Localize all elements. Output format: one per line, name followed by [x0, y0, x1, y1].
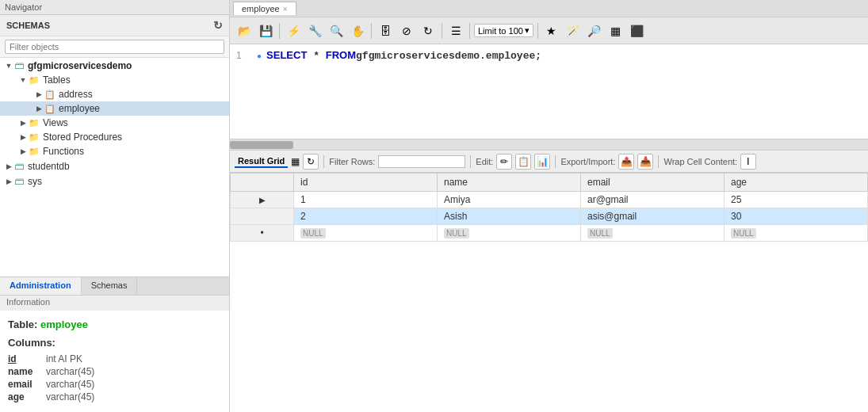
- th-email: email: [581, 174, 725, 192]
- cell-age[interactable]: 30: [725, 208, 868, 225]
- th-id: id: [294, 174, 438, 192]
- cell-email[interactable]: ar@gmail: [581, 192, 725, 208]
- cell-name[interactable]: Amiya: [438, 192, 581, 208]
- editor-line-1: 1 ● SELECT * FROM gfgmicroservicesdemo.e…: [230, 48, 868, 65]
- tables-folder-icon: 📁: [29, 75, 40, 86]
- null-row-marker: •: [231, 225, 294, 242]
- db-label-studentdb: studentdb: [28, 161, 70, 172]
- export-btn-1[interactable]: 📤: [618, 154, 634, 170]
- result-area: Result Grid ▦ ↻ Filter Rows: Edit: ✏ 📋 📊…: [230, 151, 868, 412]
- query-tab-close-icon[interactable]: ×: [283, 5, 288, 13]
- cell-id[interactable]: 1: [294, 192, 438, 208]
- highlight-button[interactable]: ☰: [446, 21, 465, 40]
- row-marker: [231, 208, 294, 225]
- result-grid-tab[interactable]: Result Grid: [235, 155, 288, 168]
- tree-table-employee[interactable]: ▶ 📋 employee: [0, 101, 229, 116]
- result-sep-4: [658, 155, 659, 168]
- table-label-address: address: [59, 89, 93, 100]
- tree-views-folder[interactable]: ▶ 📁 Views: [0, 116, 229, 130]
- sql-select-keyword: SELECT: [266, 48, 307, 64]
- grid-button[interactable]: ▦: [606, 21, 625, 40]
- tree-arrow-functions: ▶: [17, 147, 29, 155]
- filter-input[interactable]: [5, 40, 224, 54]
- row-marker: ▶: [231, 192, 294, 208]
- tree-arrow-sp: ▶: [17, 133, 29, 141]
- result-toolbar: Result Grid ▦ ↻ Filter Rows: Edit: ✏ 📋 📊…: [230, 151, 868, 173]
- cell-name[interactable]: Asish: [438, 208, 581, 225]
- limit-dropdown-arrow[interactable]: ▾: [525, 25, 530, 36]
- wand-button[interactable]: 🪄: [564, 21, 583, 40]
- functions-folder-icon: 📁: [29, 147, 40, 157]
- edit-btn-3[interactable]: 📊: [534, 154, 550, 170]
- editor-area[interactable]: 1 ● SELECT * FROM gfgmicroservicesdemo.e…: [230, 44, 868, 139]
- column-row: idint AI PK: [8, 353, 221, 364]
- stop-button[interactable]: ⊘: [397, 21, 416, 40]
- query-toolbar: 📂 💾 ⚡ 🔧 🔍 ✋ 🗄 ⊘ ↻ ☰ Limit to 100 ▾ ★ 🪄 🔎…: [230, 17, 868, 44]
- edit-btn-1[interactable]: ✏: [496, 154, 512, 170]
- navigator-title: Navigator: [5, 2, 42, 12]
- line-number-1: 1: [236, 48, 252, 63]
- bottom-tabs: Administration Schemas Information Table…: [0, 277, 229, 412]
- tree-sp-folder[interactable]: ▶ 📁 Stored Procedures: [0, 130, 229, 144]
- right-panel: employee × 📂 💾 ⚡ 🔧 🔍 ✋ 🗄 ⊘ ↻ ☰ Limit to …: [230, 0, 868, 412]
- column-name: id: [8, 353, 40, 364]
- refresh-button[interactable]: ↻: [419, 21, 438, 40]
- run-button[interactable]: ⚡: [284, 21, 303, 40]
- tree-db-sys[interactable]: ▶ 🗃 sys: [0, 174, 229, 189]
- db-button[interactable]: 🗄: [376, 21, 395, 40]
- th-name: name: [438, 174, 581, 192]
- schemas-header: SCHEMAS ↻: [0, 15, 229, 36]
- tree-functions-folder[interactable]: ▶ 📁 Functions: [0, 144, 229, 158]
- export-btn-2[interactable]: 📥: [637, 154, 653, 170]
- null-badge: NULL: [731, 228, 756, 238]
- table-label-static: Table:: [8, 319, 37, 330]
- cell-age[interactable]: 25: [725, 192, 868, 208]
- query-tab-employee[interactable]: employee ×: [233, 2, 296, 15]
- tree-db-studentdb[interactable]: ▶ 🗃 studentdb: [0, 158, 229, 174]
- run-selection-button[interactable]: 🔧: [305, 21, 324, 40]
- table-icon-employee: 📋: [44, 104, 55, 114]
- hand-button[interactable]: ✋: [348, 21, 367, 40]
- star-button[interactable]: ★: [542, 21, 561, 40]
- open-file-button[interactable]: 📂: [235, 21, 254, 40]
- refresh-icon[interactable]: ↻: [213, 19, 223, 32]
- table-label-employee: employee: [59, 103, 100, 114]
- sp-folder-label: Stored Procedures: [43, 132, 122, 143]
- views-folder-label: Views: [43, 117, 68, 128]
- tab-schemas[interactable]: Schemas: [82, 277, 138, 295]
- tab-administration[interactable]: Administration: [0, 277, 82, 295]
- result-refresh-button[interactable]: ↻: [303, 154, 319, 170]
- cell-email[interactable]: asis@gmail: [581, 208, 725, 225]
- columns-list: idint AI PKnamevarchar(45)emailvarchar(4…: [8, 353, 221, 402]
- wrap-label: Wrap Cell Content:: [663, 157, 737, 166]
- search-button[interactable]: 🔍: [327, 21, 346, 40]
- table-name-value: employee: [40, 319, 88, 330]
- horizontal-scrollbar[interactable]: [230, 139, 868, 151]
- save-button[interactable]: 💾: [256, 21, 275, 40]
- th-age: age: [725, 174, 868, 192]
- schemas-label: SCHEMAS: [6, 21, 50, 30]
- result-sep-3: [555, 155, 556, 168]
- tree-tables-folder[interactable]: ▼ 📁 Tables: [0, 73, 229, 87]
- tree-arrow-employee: ▶: [33, 105, 44, 113]
- null-cell-name: NULL: [438, 225, 581, 242]
- table-icon-address: 📋: [44, 90, 55, 100]
- filter-rows-input[interactable]: [378, 155, 465, 168]
- tree-arrow-views: ▶: [17, 119, 29, 127]
- th-row-marker: [231, 174, 294, 192]
- cell-id[interactable]: 2: [294, 208, 438, 225]
- tree-db-gfg[interactable]: ▼ 🗃 gfgmicroservicesdemo: [0, 58, 229, 73]
- column-row: agevarchar(45): [8, 391, 221, 402]
- scrollbar-thumb[interactable]: [230, 141, 293, 149]
- info-section: Information: [0, 295, 229, 311]
- edit-btn-2[interactable]: 📋: [515, 154, 531, 170]
- result-grid-icon: ▦: [291, 156, 300, 167]
- expand-button[interactable]: ⬛: [628, 21, 647, 40]
- sql-star: *: [307, 48, 325, 65]
- wrap-btn[interactable]: Ⅰ: [740, 154, 756, 170]
- table-row[interactable]: ▶1Amiyaar@gmail25: [231, 192, 868, 208]
- table-row[interactable]: 2Asishasis@gmail30: [231, 208, 868, 225]
- zoom-button[interactable]: 🔎: [585, 21, 604, 40]
- info-label: Information: [6, 297, 50, 307]
- tree-table-address[interactable]: ▶ 📋 address: [0, 87, 229, 101]
